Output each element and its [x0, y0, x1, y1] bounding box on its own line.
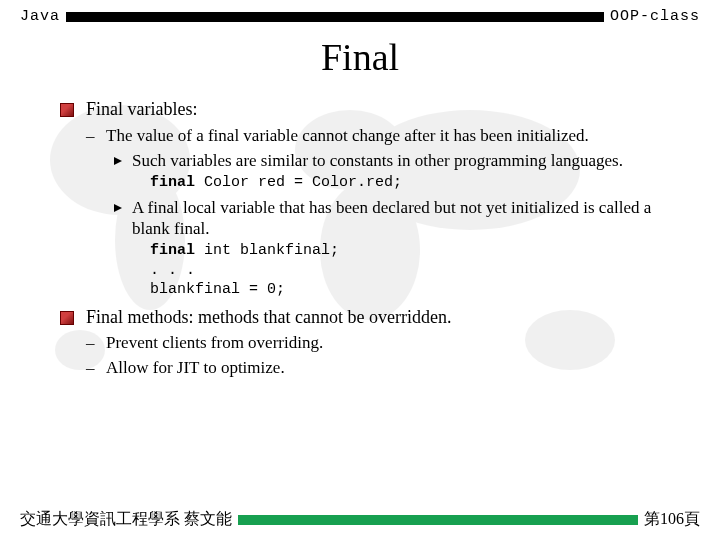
code-color-red: final Color red = Color.red; — [60, 173, 690, 193]
dash-icon: – — [86, 332, 95, 353]
header-bar-row: Java OOP-class — [20, 8, 700, 25]
sub-text: Allow for JIT to optimize. — [106, 358, 285, 377]
footer-green-bar — [238, 515, 638, 525]
header-black-bar — [66, 12, 604, 22]
bullet-final-variables: Final variables: — [60, 98, 690, 121]
subsub-text: Such variables are similar to constants … — [132, 151, 623, 170]
sub-value-cannot-change: – The value of a final variable cannot c… — [60, 125, 690, 146]
bullet-text: Final variables: — [86, 99, 197, 119]
slide-body: Final variables: – The value of a final … — [60, 98, 690, 381]
slide-title: Final — [0, 35, 720, 79]
footer-author: 交通大學資訊工程學系 蔡文能 — [20, 509, 232, 530]
dash-icon: – — [86, 357, 95, 378]
subsub-similar-to-constants: Such variables are similar to constants … — [60, 150, 690, 171]
sub-text: Prevent clients from overriding. — [106, 333, 323, 352]
header-left-label: Java — [20, 8, 60, 25]
code-blank-final: final int blankfinal; . . . blankfinal =… — [60, 241, 690, 300]
code-rest: Color red = Color.red; — [195, 174, 402, 191]
sub-jit-optimize: – Allow for JIT to optimize. — [60, 357, 690, 378]
header-right-label: OOP-class — [610, 8, 700, 25]
subsub-blank-final: A final local variable that has been dec… — [60, 197, 690, 240]
footer-page-number: 第106頁 — [644, 509, 700, 530]
bullet-final-methods: Final methods: methods that cannot be ov… — [60, 306, 690, 329]
code-keyword: final — [150, 242, 195, 259]
sub-prevent-overriding: – Prevent clients from overriding. — [60, 332, 690, 353]
dash-icon: – — [86, 125, 95, 146]
bullet-text: Final methods: methods that cannot be ov… — [86, 307, 451, 327]
subsub-text: A final local variable that has been dec… — [132, 198, 651, 238]
footer-bar-row: 交通大學資訊工程學系 蔡文能 第106頁 — [20, 509, 700, 530]
code-keyword: final — [150, 174, 195, 191]
sub-text: The value of a final variable cannot cha… — [106, 126, 589, 145]
